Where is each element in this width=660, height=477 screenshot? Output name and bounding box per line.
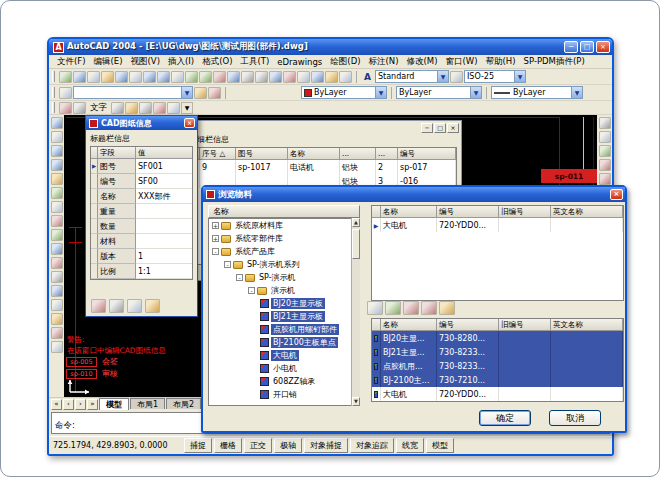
region-icon[interactable] <box>51 327 63 339</box>
tree-node[interactable]: -SP-演示机系列 <box>209 258 359 271</box>
column-header[interactable]: 名称 <box>381 319 437 331</box>
part-info-icon[interactable] <box>139 102 152 114</box>
cad-info-row[interactable]: 编号SF00 <box>91 174 192 189</box>
new-file-icon[interactable] <box>59 71 72 83</box>
cut-icon[interactable] <box>157 71 170 83</box>
chevron-down-icon[interactable]: ▼ <box>571 87 582 98</box>
undo-icon[interactable] <box>213 71 226 83</box>
zoom-previous-icon[interactable] <box>297 71 310 83</box>
layer-properties-manager-icon[interactable] <box>59 87 72 99</box>
linetype-combo[interactable]: ByLayer ▼ <box>396 86 482 99</box>
tree-node[interactable]: -SP-演示机 <box>209 271 359 284</box>
lineweight-combo[interactable]: ByLayer ▼ <box>491 86 583 99</box>
status-toggle[interactable]: 模型 <box>426 438 454 453</box>
browse-title-bar[interactable]: 浏览物料 × <box>203 187 625 202</box>
field-value-cell[interactable] <box>136 204 192 219</box>
dim-style-combo[interactable]: ISO-25 ▼ <box>464 70 526 83</box>
table-row[interactable]: BJ20主显...730-8280... <box>372 331 623 345</box>
cad-info-row[interactable]: 数量 <box>91 219 192 234</box>
layer-previous-icon[interactable] <box>208 87 221 99</box>
tree-node[interactable]: +系统原材料库 <box>209 219 359 232</box>
menu-item[interactable]: SP-PDM插件(P) <box>520 56 589 68</box>
scroll-down-icon[interactable]: ▼ <box>352 397 360 406</box>
tree-node[interactable]: 大电机 <box>209 349 359 362</box>
tab-last-icon[interactable]: » <box>87 399 98 410</box>
table-row[interactable]: BJ21主显...730-8233... <box>372 345 623 359</box>
ok-button[interactable]: 确定 <box>479 410 531 426</box>
paste-icon[interactable] <box>185 71 198 83</box>
tab-next-icon[interactable]: › <box>75 399 86 410</box>
scroll-up-icon[interactable]: ▲ <box>352 218 360 227</box>
offset-icon[interactable] <box>599 159 611 171</box>
menu-item[interactable]: 编辑(E) <box>90 56 127 68</box>
close-icon[interactable]: × <box>596 41 610 53</box>
column-header[interactable]: 英文名称 <box>551 319 623 331</box>
chevron-down-icon[interactable]: ▼ <box>470 87 481 98</box>
refresh-icon[interactable] <box>385 301 401 315</box>
status-toggle[interactable]: 线宽 <box>396 438 424 453</box>
menu-item[interactable]: 插入(I) <box>164 56 198 68</box>
cad-info-table[interactable]: 字段 值 ▶图号SF001编号SF00名称XXX部件重量数量材料版本1比例1:1 <box>90 146 193 280</box>
field-value-cell[interactable]: 1:1 <box>136 264 192 279</box>
find-icon[interactable] <box>143 71 156 83</box>
status-toggle[interactable]: 栅格 <box>214 438 242 453</box>
layout-tab[interactable]: 布局1 <box>130 398 165 409</box>
column-header[interactable]: ... <box>340 148 376 160</box>
minimize-icon[interactable]: ─ <box>564 41 578 53</box>
tree-node[interactable]: BJ21主显示板 <box>209 310 359 323</box>
chevron-down-icon[interactable]: ▼ <box>514 71 525 82</box>
selected-items-table[interactable]: 名称编号旧编号英文名称BJ20主显...730-8280...BJ21主显...… <box>371 318 624 402</box>
toolbar-grip[interactable] <box>52 71 55 82</box>
field-value-cell[interactable]: SF001 <box>136 159 192 174</box>
tree-node[interactable]: -演示机 <box>209 284 359 297</box>
scrollbar-thumb[interactable] <box>352 229 360 259</box>
collapse-icon[interactable]: - <box>224 261 231 268</box>
drawing-sync-icon[interactable] <box>153 102 166 114</box>
column-header[interactable]: 名称 <box>381 206 437 218</box>
close-info-icon[interactable] <box>145 299 160 313</box>
tree-node[interactable]: 点胶机用螺钉部件 <box>209 323 359 336</box>
plot-preview-icon[interactable] <box>115 71 128 83</box>
column-header[interactable]: 旧编号 <box>499 319 551 331</box>
minimize-icon[interactable]: ─ <box>421 123 433 133</box>
dim-style-icon[interactable] <box>450 71 463 83</box>
publish-icon[interactable] <box>129 71 142 83</box>
pdm-browse-icon[interactable] <box>73 102 86 114</box>
column-header[interactable]: 值 <box>136 147 192 159</box>
cad-info-dialog[interactable]: CAD图纸信息 × 标题栏信息 字段 值 ▶图号SF001编号SF00名称XXX… <box>85 115 198 317</box>
chevron-down-icon[interactable]: ▼ <box>181 87 192 98</box>
column-header[interactable]: ... <box>376 148 398 160</box>
collapse-icon[interactable]: - <box>236 274 243 281</box>
toolbar-dropdown-icon[interactable]: ▼ <box>181 102 193 114</box>
column-header[interactable]: 编号 <box>398 148 456 160</box>
cad-info-row[interactable]: 版本1 <box>91 249 192 264</box>
status-toggle[interactable]: 捕捉 <box>184 438 212 453</box>
tree-header[interactable]: 名称 <box>208 205 360 218</box>
ellipse-arc-icon[interactable] <box>51 257 63 269</box>
properties-icon[interactable] <box>311 71 324 83</box>
expand-icon[interactable]: + <box>212 222 219 229</box>
statistics-icon[interactable] <box>109 299 124 313</box>
table-row[interactable]: BJ-2100主...730-7210... <box>372 373 623 387</box>
tree-node[interactable]: +系统零部件库 <box>209 232 359 245</box>
restore-icon[interactable]: □ <box>434 123 446 133</box>
field-value-cell[interactable]: 1 <box>136 249 192 264</box>
title-block-icon[interactable] <box>111 102 124 114</box>
column-header[interactable]: 字段 <box>98 147 136 159</box>
table-row[interactable]: ▶9sp-1017电话机铝块2sp-017 <box>190 160 456 174</box>
table-row[interactable]: ▶大电机720-YDD0... <box>372 218 623 232</box>
settings-icon[interactable] <box>167 102 180 114</box>
menu-item[interactable]: 绘图(D) <box>326 56 364 68</box>
make-object-layer-current-icon[interactable] <box>194 87 207 99</box>
menu-item[interactable]: 窗口(W) <box>441 56 481 68</box>
export-icon[interactable] <box>367 301 383 315</box>
column-header[interactable]: 英文名称 <box>551 206 623 218</box>
chevron-down-icon[interactable]: ▼ <box>375 87 386 98</box>
point-icon[interactable] <box>51 299 63 311</box>
revision-cloud-icon[interactable] <box>51 215 63 227</box>
menu-item[interactable]: 工具(T) <box>236 56 273 68</box>
layout-tab[interactable]: 布局2 <box>166 398 201 409</box>
menu-item[interactable]: 文件(F) <box>53 56 90 68</box>
ellipse-icon[interactable] <box>51 243 63 255</box>
save-info-icon[interactable] <box>91 299 106 313</box>
